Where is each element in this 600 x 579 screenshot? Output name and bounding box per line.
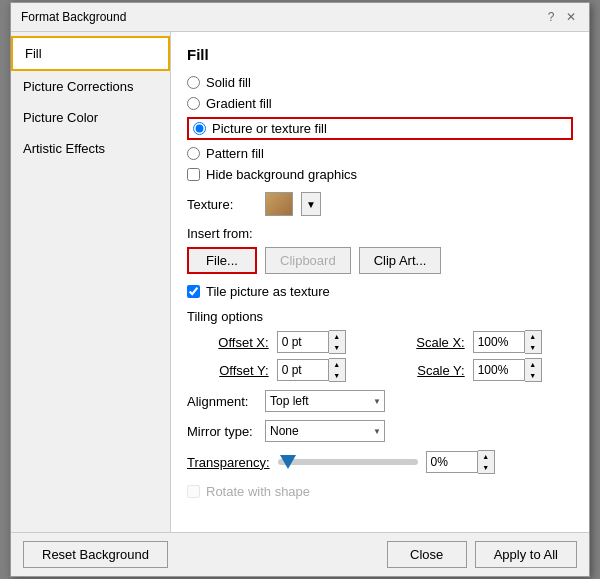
tile-picture-checkbox[interactable]: [187, 285, 200, 298]
scale-y-up[interactable]: ▲: [525, 359, 541, 370]
alignment-select[interactable]: Top left Top center Top right Center lef…: [265, 390, 385, 412]
scale-y-down[interactable]: ▼: [525, 370, 541, 381]
title-controls: ? ✕: [543, 9, 579, 25]
rotate-label: Rotate with shape: [206, 484, 310, 499]
mirror-type-select-wrapper: None Horizontal Vertical Both: [265, 420, 385, 442]
scale-x-label: Scale X:: [385, 335, 465, 350]
offset-x-label: Offset X:: [187, 335, 269, 350]
offset-x-spinner-btns: ▲ ▼: [329, 330, 346, 354]
transparency-row: Transparency: ▲ ▼: [187, 450, 573, 474]
texture-preview[interactable]: [265, 192, 293, 216]
rotate-row: Rotate with shape: [187, 484, 573, 499]
help-button[interactable]: ?: [543, 9, 559, 25]
scale-x-down[interactable]: ▼: [525, 342, 541, 353]
sidebar-item-fill[interactable]: Fill: [11, 36, 170, 71]
dialog-body: Fill Picture Corrections Picture Color A…: [11, 32, 589, 532]
transparency-spinner-btns: ▲ ▼: [478, 450, 495, 474]
transparency-up[interactable]: ▲: [478, 451, 494, 462]
transparency-label: Transparency:: [187, 455, 270, 470]
offset-y-spinner-btns: ▲ ▼: [329, 358, 346, 382]
scale-x-spinner: ▲ ▼: [473, 330, 573, 354]
tiling-grid: Offset X: ▲ ▼ Scale X: ▲ ▼: [187, 330, 573, 382]
texture-dropdown-arrow[interactable]: ▼: [301, 192, 321, 216]
offset-x-up[interactable]: ▲: [329, 331, 345, 342]
scale-x-spinner-btns: ▲ ▼: [525, 330, 542, 354]
tile-picture-label[interactable]: Tile picture as texture: [187, 284, 573, 299]
picture-texture-fill-option[interactable]: Picture or texture fill: [187, 117, 573, 140]
scale-y-spinner-btns: ▲ ▼: [525, 358, 542, 382]
offset-y-input[interactable]: [277, 359, 329, 381]
hide-background-checkbox-label[interactable]: Hide background graphics: [187, 167, 573, 182]
close-button[interactable]: Close: [387, 541, 467, 568]
pattern-fill-radio[interactable]: [187, 147, 200, 160]
offset-y-spinner: ▲ ▼: [277, 358, 377, 382]
transparency-down[interactable]: ▼: [478, 462, 494, 473]
picture-texture-fill-radio[interactable]: [193, 122, 206, 135]
scale-x-up[interactable]: ▲: [525, 331, 541, 342]
sidebar: Fill Picture Corrections Picture Color A…: [11, 32, 171, 532]
offset-x-input[interactable]: [277, 331, 329, 353]
sidebar-item-picture-corrections[interactable]: Picture Corrections: [11, 71, 170, 102]
alignment-label: Alignment:: [187, 394, 257, 409]
solid-fill-option[interactable]: Solid fill: [187, 75, 573, 90]
transparency-slider-thumb[interactable]: [280, 455, 296, 469]
gradient-fill-radio[interactable]: [187, 97, 200, 110]
mirror-type-label: Mirror type:: [187, 424, 257, 439]
section-title: Fill: [187, 46, 573, 63]
transparency-slider-track[interactable]: [278, 459, 418, 465]
sidebar-item-picture-color[interactable]: Picture Color: [11, 102, 170, 133]
sidebar-item-artistic-effects[interactable]: Artistic Effects: [11, 133, 170, 164]
offset-y-label: Offset Y:: [187, 363, 269, 378]
rotate-checkbox[interactable]: [187, 485, 200, 498]
alignment-select-wrapper: Top left Top center Top right Center lef…: [265, 390, 385, 412]
insert-buttons-row: File... Clipboard Clip Art...: [187, 247, 573, 274]
scale-x-input[interactable]: [473, 331, 525, 353]
insert-from-label: Insert from:: [187, 226, 573, 241]
main-content: Fill Solid fill Gradient fill Picture or…: [171, 32, 589, 532]
offset-y-up[interactable]: ▲: [329, 359, 345, 370]
mirror-type-row: Mirror type: None Horizontal Vertical Bo…: [187, 420, 573, 442]
tiling-options-label: Tiling options: [187, 309, 573, 324]
pattern-fill-option[interactable]: Pattern fill: [187, 146, 573, 161]
clip-art-button[interactable]: Clip Art...: [359, 247, 442, 274]
scale-y-input[interactable]: [473, 359, 525, 381]
alignment-row: Alignment: Top left Top center Top right…: [187, 390, 573, 412]
format-background-dialog: Format Background ? ✕ Fill Picture Corre…: [10, 2, 590, 577]
transparency-input[interactable]: [426, 451, 478, 473]
scale-y-spinner: ▲ ▼: [473, 358, 573, 382]
texture-label: Texture:: [187, 197, 257, 212]
texture-row: Texture: ▼: [187, 192, 573, 216]
file-button[interactable]: File...: [187, 247, 257, 274]
offset-x-down[interactable]: ▼: [329, 342, 345, 353]
clipboard-button[interactable]: Clipboard: [265, 247, 351, 274]
offset-x-spinner: ▲ ▼: [277, 330, 377, 354]
scale-y-label: Scale Y:: [385, 363, 465, 378]
title-bar: Format Background ? ✕: [11, 3, 589, 32]
gradient-fill-option[interactable]: Gradient fill: [187, 96, 573, 111]
solid-fill-radio[interactable]: [187, 76, 200, 89]
hide-background-checkbox[interactable]: [187, 168, 200, 181]
reset-background-button[interactable]: Reset Background: [23, 541, 168, 568]
dialog-title: Format Background: [21, 10, 126, 24]
transparency-spinner: ▲ ▼: [426, 450, 495, 474]
apply-to-all-button[interactable]: Apply to All: [475, 541, 577, 568]
fill-options-group: Solid fill Gradient fill Picture or text…: [187, 75, 573, 161]
mirror-type-select[interactable]: None Horizontal Vertical Both: [265, 420, 385, 442]
offset-y-down[interactable]: ▼: [329, 370, 345, 381]
dialog-footer: Reset Background Close Apply to All: [11, 532, 589, 576]
close-title-button[interactable]: ✕: [563, 9, 579, 25]
